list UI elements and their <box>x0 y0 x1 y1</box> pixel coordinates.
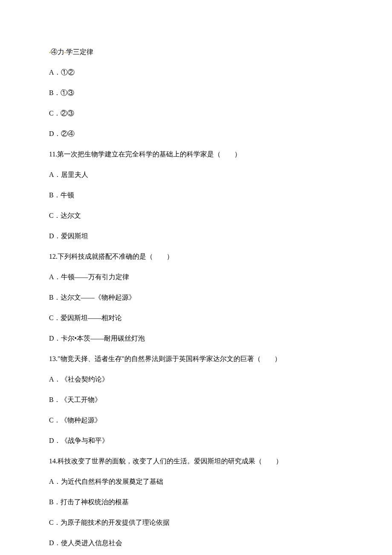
option-b: B．达尔文——《物种起源》 <box>49 292 343 303</box>
option-a: A．《社会契约论》 <box>49 374 343 384</box>
option-c: C．②③ <box>49 108 343 119</box>
text-segment: ④力 <box>51 48 64 55</box>
option-d: D．爱因斯坦 <box>49 231 343 241</box>
option-b: B．牛顿 <box>49 190 343 200</box>
option-c: C．《物种起源》 <box>49 415 343 425</box>
option-a: A．居里夫人 <box>49 170 343 180</box>
option-b: B．①③ <box>49 88 343 98</box>
option-b: B．打击了神权统治的根基 <box>49 497 343 507</box>
option-c: C．达尔文 <box>49 211 343 221</box>
option-b: B．《天工开物》 <box>49 395 343 405</box>
option-a: A．为近代自然科学的发展奠定了基础 <box>49 477 343 487</box>
question-13: 13."物竞天择、适者生存"的自然界法则源于英国科学家达尔文的巨著（ ） <box>49 354 343 364</box>
option-c: C．为原子能技术的开发提供了理论依据 <box>49 517 343 528</box>
option-a: A．牛顿——万有引力定律 <box>49 272 343 282</box>
question-item-4: •④力•学三定律 <box>49 47 343 57</box>
question-11: 11.第一次把生物学建立在完全科学的基础上的科学家是（ ） <box>49 149 343 159</box>
option-d: D．使人类进入信息社会 <box>49 538 343 548</box>
option-c: C．爱因斯坦——相对论 <box>49 313 343 323</box>
question-12: 12.下列科技成就搭配不准确的是（ ） <box>49 251 343 262</box>
option-d: D．《战争与和平》 <box>49 436 343 446</box>
option-d: D．②④ <box>49 129 343 139</box>
text-segment: 学三定律 <box>66 48 93 55</box>
question-14: 14.科技改变了世界的面貌，改变了人们的生活。爱因斯坦的研究成果（ ） <box>49 456 343 466</box>
option-a: A．①② <box>49 67 343 78</box>
option-d: D．卡尔•本茨——耐用碳丝灯泡 <box>49 333 343 344</box>
document-page: •④力•学三定律 A．①② B．①③ C．②③ D．②④ 11.第一次把生物学建… <box>0 0 392 555</box>
